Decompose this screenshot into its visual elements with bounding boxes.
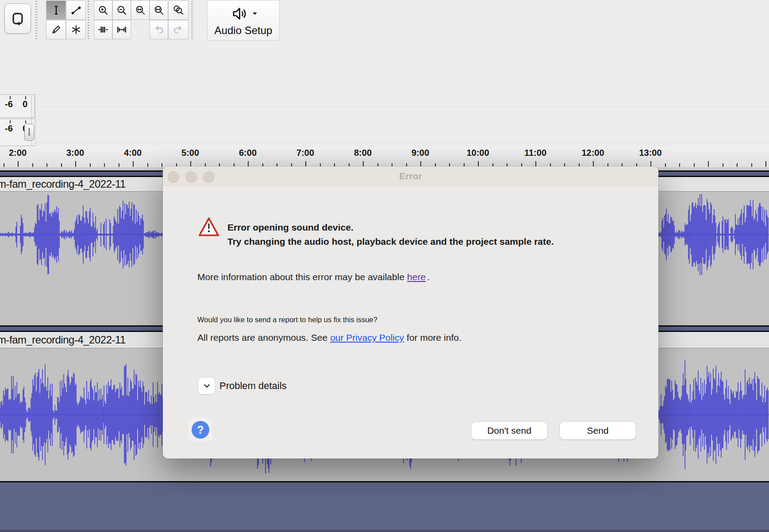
ruler-label: 10:00 bbox=[466, 148, 489, 158]
zoom-fit-icon bbox=[153, 4, 165, 16]
warning-icon bbox=[198, 217, 219, 237]
ruler-tick bbox=[61, 163, 62, 167]
undo-button[interactable] bbox=[150, 20, 168, 39]
trim-audio-button[interactable] bbox=[94, 20, 112, 39]
ruler-label: 7:00 bbox=[296, 148, 314, 158]
meter-slider-thumb[interactable] bbox=[24, 124, 34, 141]
zoom-out-icon bbox=[116, 4, 127, 16]
meter-scale-label: 0 bbox=[23, 99, 27, 109]
help-icon: ? bbox=[192, 421, 209, 439]
zoom-in-button[interactable] bbox=[94, 0, 112, 20]
envelope-tool-button[interactable] bbox=[66, 0, 86, 20]
send-button[interactable]: Send bbox=[560, 422, 636, 439]
redo-button[interactable] bbox=[168, 20, 188, 39]
privacy-policy-link[interactable]: our Privacy Policy bbox=[330, 332, 404, 343]
toolbar-grip[interactable] bbox=[35, 1, 37, 40]
ruler-tick bbox=[75, 161, 76, 167]
audio-setup-button[interactable]: Audio Setup bbox=[207, 0, 280, 41]
ruler-tick bbox=[133, 161, 134, 167]
multi-tool-icon bbox=[70, 24, 82, 35]
undo-icon bbox=[153, 24, 165, 35]
anonymous-prefix: All reports are anonymous. See bbox=[197, 332, 327, 343]
trim-audio-icon bbox=[97, 24, 109, 35]
anonymous-suffix: for more info. bbox=[407, 332, 461, 343]
meter-divider bbox=[31, 95, 32, 117]
ruler-tick bbox=[679, 163, 680, 167]
silence-audio-button[interactable] bbox=[112, 20, 131, 39]
problem-details-expander[interactable] bbox=[198, 378, 215, 394]
loop-button[interactable] bbox=[4, 4, 31, 34]
timeline-ruler[interactable]: 2:003:004:005:006:007:008:009:0010:0011:… bbox=[0, 146, 769, 167]
error-message-line1: Error opening sound device. bbox=[227, 220, 554, 235]
ruler-label: 12:00 bbox=[581, 148, 604, 158]
ruler-tick bbox=[4, 163, 4, 167]
chevron-down-icon bbox=[203, 382, 211, 390]
envelope-icon bbox=[70, 4, 82, 16]
speaker-icon bbox=[230, 6, 248, 22]
ruler-tick bbox=[751, 163, 752, 167]
ruler-label: 9:00 bbox=[411, 148, 429, 158]
ruler-label: 2:00 bbox=[9, 148, 27, 158]
draw-tool-button[interactable] bbox=[46, 20, 66, 39]
ruler-tick bbox=[765, 161, 766, 167]
toolbar-grip[interactable] bbox=[88, 1, 89, 40]
meter-tick bbox=[10, 120, 11, 123]
ruler-tick bbox=[737, 163, 738, 167]
ruler-tick bbox=[32, 163, 33, 167]
toolbar-grip[interactable] bbox=[191, 1, 193, 40]
ruler-label: 3:00 bbox=[66, 148, 84, 158]
ruler-label: 13:00 bbox=[639, 148, 661, 158]
dialog-title-bar: Error bbox=[163, 166, 658, 186]
problem-details-label: Problem details bbox=[219, 378, 287, 394]
audio-setup-label: Audio Setup bbox=[215, 24, 273, 37]
ruler-label: 11:00 bbox=[524, 148, 546, 158]
loop-icon bbox=[10, 11, 25, 26]
ruler-tick bbox=[90, 163, 91, 167]
toolbar-dock-line bbox=[0, 106, 769, 107]
ruler-tick bbox=[161, 163, 162, 167]
zoom-fit-button[interactable] bbox=[150, 0, 168, 20]
meter-tick bbox=[25, 120, 26, 123]
selection-tool-button[interactable] bbox=[46, 0, 66, 20]
help-button[interactable]: ? bbox=[188, 418, 212, 442]
ruler-tick bbox=[18, 161, 19, 167]
zoom-out-button[interactable] bbox=[112, 0, 131, 20]
more-info-text: More information about this error may be… bbox=[197, 272, 430, 282]
toolbar-dock-line bbox=[0, 143, 769, 143]
redo-icon bbox=[173, 24, 184, 35]
report-question-text: Would you like to send a report to help … bbox=[197, 316, 377, 324]
error-dialog: Error Error opening sound device. Try ch… bbox=[163, 166, 658, 459]
meter-divider bbox=[34, 95, 35, 117]
ruler-tick bbox=[119, 163, 119, 167]
ruler-label: 4:00 bbox=[124, 148, 142, 158]
anonymous-text: All reports are anonymous. Seeour Privac… bbox=[197, 332, 461, 343]
error-message-line2: Try changing the audio host, playback de… bbox=[227, 235, 554, 249]
zoom-toggle-icon bbox=[173, 4, 185, 16]
multi-tool-button[interactable] bbox=[66, 20, 86, 39]
dialog-title: Error bbox=[163, 166, 658, 186]
meter-scale-label: -6 bbox=[5, 99, 13, 109]
ruler-tick bbox=[46, 163, 47, 167]
ruler-tick bbox=[147, 163, 148, 167]
clip-title-text: m-fam_recording-4_2022-11 bbox=[0, 334, 126, 346]
ruler-label: 5:00 bbox=[181, 148, 199, 158]
chevron-down-icon bbox=[252, 12, 258, 15]
empty-area-below-tracks bbox=[0, 482, 769, 530]
clip-title-text: m-fam_recording-4_2022-11 bbox=[0, 178, 126, 190]
window-bottom-edge bbox=[0, 530, 769, 532]
ruler-tick bbox=[694, 163, 695, 167]
recording-meter[interactable]: -6 0 bbox=[0, 94, 35, 118]
more-info-suffix: . bbox=[427, 272, 430, 282]
ruler-tick bbox=[708, 161, 709, 167]
ruler-tick bbox=[723, 163, 723, 167]
here-link[interactable]: here bbox=[407, 272, 426, 282]
meter-scale-label: -6 bbox=[5, 123, 13, 134]
zoom-selection-icon bbox=[135, 4, 146, 16]
meter-tick bbox=[10, 96, 11, 99]
ruler-label: 8:00 bbox=[354, 148, 372, 158]
ibeam-icon bbox=[50, 4, 62, 16]
zoom-selection-button[interactable] bbox=[131, 0, 150, 20]
ruler-label: 6:00 bbox=[239, 148, 257, 158]
zoom-toggle-button[interactable] bbox=[168, 0, 188, 20]
dont-send-button[interactable]: Don't send bbox=[471, 422, 547, 439]
